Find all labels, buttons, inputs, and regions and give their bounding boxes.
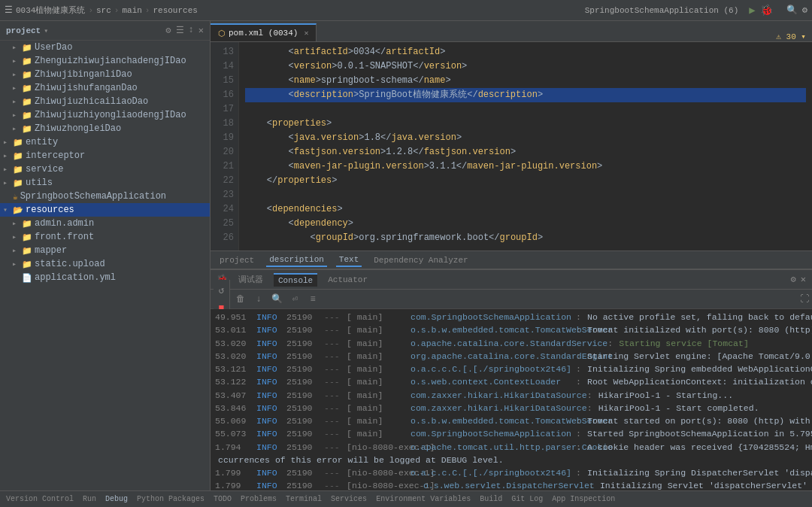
log-level-4: INFO bbox=[256, 350, 286, 363]
description-tab[interactable]: description bbox=[266, 254, 327, 267]
tree-item-interceptor[interactable]: 📁 interceptor bbox=[0, 149, 210, 162]
close-panel-icon[interactable]: ✕ bbox=[198, 25, 204, 36]
tree-item-zhiwujiuzhiy[interactable]: 📁 ZhiwujiuzhiyongliaodengjIDao bbox=[0, 108, 210, 122]
tree-item-mapper[interactable]: 📁 mapper bbox=[0, 244, 210, 257]
log-line-5: 53.121 INFO 25190 --- [ main] o.a.c.c.C.… bbox=[214, 363, 809, 375]
settings-icon[interactable]: ⚙ bbox=[165, 25, 171, 36]
tree-item-front[interactable]: 📁 front.front bbox=[0, 230, 210, 244]
debug-toolbar: ↺ ■ 🗑 ↓ 🔍 ⏎ ≡ ⛶ bbox=[211, 290, 812, 309]
code-content[interactable]: <artifactId>0034</artifactId> <version>0… bbox=[239, 42, 812, 250]
bottom-tabs-bar: project description Text Dependency Anal… bbox=[211, 250, 812, 269]
panel-header-icons: ⚙ ☰ ↕ ✕ bbox=[165, 25, 204, 36]
log-pid-13: 25190 bbox=[286, 479, 324, 490]
search-button[interactable]: 🔍 bbox=[786, 5, 798, 16]
code-view[interactable]: 13 14 15 16 17 18 19 20 21 22 23 24 25 2… bbox=[211, 42, 812, 250]
tree-container[interactable]: 📁 UserDao 📁 ZhenguizhiwujianchadengjIDao… bbox=[0, 41, 210, 490]
sort-icon[interactable]: ↕ bbox=[189, 25, 194, 36]
debug-btn-more[interactable]: ≡ bbox=[305, 292, 320, 307]
status-git-log[interactable]: Git Log bbox=[511, 495, 543, 503]
line-num-24: 24 bbox=[215, 202, 234, 217]
yml-icon: 📄 bbox=[22, 273, 32, 283]
tree-item-zhengui[interactable]: 📁 ZhenguizhiwujianchadengjIDao bbox=[0, 54, 210, 68]
folder-icon-front: 📁 bbox=[22, 232, 32, 242]
log-line-8: 53.846 INFO 25190 --- [ main] com.zaxxer… bbox=[214, 402, 809, 414]
debug-maximize-icon[interactable]: ⛶ bbox=[800, 294, 809, 305]
tree-label-yml: application.yml bbox=[35, 272, 116, 283]
status-app-inspection[interactable]: App Inspection bbox=[552, 495, 615, 503]
project-tab-label[interactable]: project bbox=[217, 254, 257, 266]
status-terminal[interactable]: Terminal bbox=[286, 495, 322, 503]
code-line-24: <dependencies> bbox=[245, 202, 806, 217]
log-level-8: INFO bbox=[256, 402, 286, 414]
debug-btn-restart[interactable]: ↺ bbox=[217, 283, 226, 298]
tree-item-service[interactable]: 📁 service bbox=[0, 162, 210, 176]
status-build[interactable]: Build bbox=[480, 495, 502, 503]
log-logger-11: o.apache.tomcat.util.http.parser.Cookie bbox=[411, 441, 576, 454]
menu-icon[interactable]: ☰ bbox=[5, 5, 13, 16]
chevron-mapper bbox=[12, 246, 20, 255]
debug-tab-actuator[interactable]: Actuator bbox=[323, 274, 372, 286]
console-output[interactable]: 49.951 INFO 25190 --- [ main] com.Spring… bbox=[211, 309, 812, 490]
log-logger-1: com.SpringbootSchemaApplication bbox=[411, 311, 576, 323]
chevron-zhiwujiuzhiy bbox=[12, 111, 20, 120]
tab-pom-label: pom.xml (0034) bbox=[229, 29, 298, 38]
tree-item-static[interactable]: 📁 static.upload bbox=[0, 257, 210, 271]
dependency-analyzer-tab[interactable]: Dependency Analyzer bbox=[371, 254, 471, 266]
tree-item-resources[interactable]: 📂 resources bbox=[0, 203, 210, 217]
settings-button[interactable]: ⚙ bbox=[802, 5, 807, 16]
status-run[interactable]: Run bbox=[83, 495, 96, 503]
tree-item-utils[interactable]: 📁 utils bbox=[0, 176, 210, 190]
tree-item-zhiwujishu[interactable]: 📁 ZhiwujishufanganDao bbox=[0, 81, 210, 95]
tab-pom-close[interactable]: ✕ bbox=[304, 29, 308, 38]
log-level-6: INFO bbox=[256, 375, 286, 388]
debug-btn-clear[interactable]: 🗑 bbox=[233, 292, 248, 307]
log-time-2: 53.011 bbox=[215, 323, 256, 336]
status-debug[interactable]: Debug bbox=[105, 495, 128, 503]
tree-item-zhiwujibing[interactable]: 📁 ZhiwujibinganliDao bbox=[0, 68, 210, 81]
project-dropdown[interactable]: ▾ bbox=[44, 26, 48, 35]
app-project-name: 0034植物健康系统 bbox=[16, 5, 85, 16]
folder-icon-zhiwuzhonglei: 📁 bbox=[22, 124, 32, 134]
warning-icon: ⚠ 30 ▾ bbox=[776, 32, 806, 41]
status-problems[interactable]: Problems bbox=[241, 495, 277, 503]
tree-item-zhiwuzhonglei[interactable]: 📁 ZhiwuzhongleiDao bbox=[0, 122, 210, 135]
debug-btn-scroll[interactable]: ↓ bbox=[251, 292, 266, 307]
tree-item-springboot-app[interactable]: ☕ SpringbootSchemaApplication bbox=[0, 190, 210, 203]
log-line-11b: ccurrences of this error will be logged … bbox=[214, 454, 809, 466]
tree-item-entity[interactable]: 📁 entity bbox=[0, 135, 210, 149]
breadcrumb-src: src bbox=[96, 6, 111, 15]
collapse-icon[interactable]: ☰ bbox=[176, 25, 184, 36]
breadcrumb-sep2: › bbox=[114, 6, 120, 15]
tree-label-entity: entity bbox=[26, 137, 58, 147]
tree-item-userdao[interactable]: 📁 UserDao bbox=[0, 41, 210, 54]
status-version-control[interactable]: Version Control bbox=[6, 495, 74, 503]
log-thread-5: [ main] bbox=[347, 363, 411, 375]
debug-tab-debugger[interactable]: 调试器 bbox=[234, 272, 268, 287]
log-time-8: 53.846 bbox=[215, 402, 256, 414]
editor-tabs: ⬡ pom.xml (0034) ✕ ⚠ 30 ▾ bbox=[211, 21, 812, 42]
tree-item-admin[interactable]: 📁 admin.admin bbox=[0, 217, 210, 230]
chevron-utils bbox=[3, 178, 11, 187]
debug-close-icon[interactable]: ✕ bbox=[801, 274, 806, 285]
debug-settings-icon[interactable]: ⚙ bbox=[791, 274, 796, 285]
line-num-19: 19 bbox=[215, 131, 234, 145]
status-python[interactable]: Python Packages bbox=[137, 495, 205, 503]
run-button[interactable]: ▶ bbox=[749, 4, 755, 17]
debug-btn-filter[interactable]: 🔍 bbox=[269, 292, 284, 307]
log-message-11b: ccurrences of this error will be logged … bbox=[215, 454, 807, 466]
breadcrumb-sep3: › bbox=[145, 6, 150, 15]
tree-item-application-yml[interactable]: 📄 application.yml bbox=[0, 271, 210, 284]
debug-button[interactable]: 🐞 bbox=[760, 4, 773, 17]
status-env-vars[interactable]: Environment Variables bbox=[376, 495, 471, 503]
debug-tab-console[interactable]: Console bbox=[274, 273, 317, 287]
text-tab[interactable]: Text bbox=[336, 254, 362, 267]
debug-btn-wrap[interactable]: ⏎ bbox=[287, 292, 302, 307]
tree-item-zhiwujiuzhic[interactable]: 📁 ZhiwujiuzhicailiaoDao bbox=[0, 95, 210, 108]
chevron-static bbox=[12, 260, 20, 269]
tree-label-springboot: SpringbootSchemaApplication bbox=[20, 191, 166, 202]
log-message-9: Tomcat started on port(s): 8080 (http) w… bbox=[587, 414, 812, 427]
debug-panel: 🐞 调试器 Console Actuator ⚙ ✕ ↺ ■ 🗑 ↓ 🔍 ⏎ ≡ bbox=[211, 269, 812, 490]
status-services[interactable]: Services bbox=[331, 495, 367, 503]
editor-tab-pom[interactable]: ⬡ pom.xml (0034) ✕ bbox=[211, 23, 317, 41]
status-todo[interactable]: TODO bbox=[214, 495, 232, 503]
